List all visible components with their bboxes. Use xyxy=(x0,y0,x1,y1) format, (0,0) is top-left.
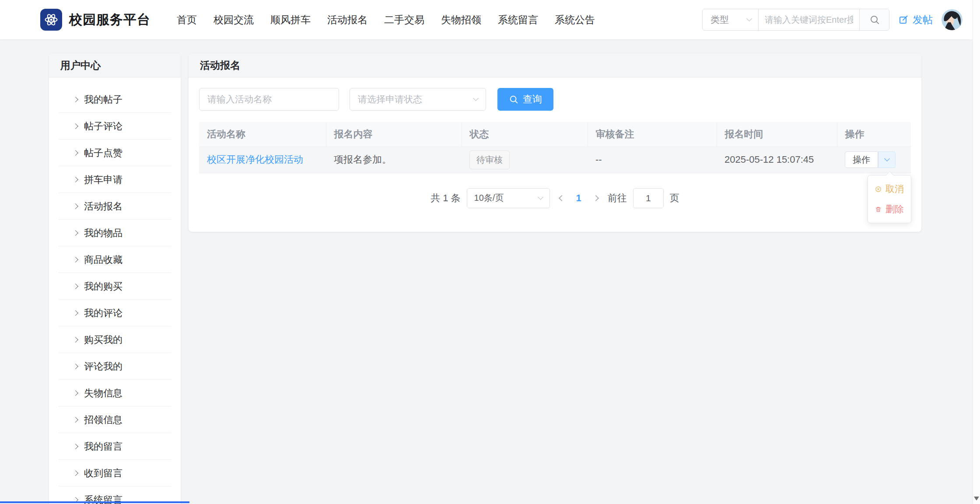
vertical-scrollbar[interactable] xyxy=(973,0,980,504)
scrollbar-down-arrow-icon[interactable] xyxy=(974,497,979,500)
nav-item-lost-found[interactable]: 失物招领 xyxy=(441,13,481,27)
chevron-right-icon xyxy=(73,310,78,316)
main-nav: 首页 校园交流 顺风拼车 活动报名 二手交易 失物招领 系统留言 系统公告 xyxy=(177,13,595,27)
user-center-sidebar: 用户中心 我的帖子 帖子评论 帖子点赞 拼车申请 活动报名 我的物品 商品收藏 … xyxy=(49,53,181,504)
page-size-select[interactable]: 10条/页 xyxy=(467,188,550,208)
nav-item-system-notice[interactable]: 系统公告 xyxy=(555,13,595,27)
search-type-select[interactable]: 类型 xyxy=(703,9,759,30)
table-row: 校区开展净化校园活动 项报名参加。 待审核 -- 2025-05-12 15:0… xyxy=(199,147,911,173)
page: 校园服务平台 首页 校园交流 顺风拼车 活动报名 二手交易 失物招领 系统留言 … xyxy=(0,0,980,504)
site-title: 校园服务平台 xyxy=(69,11,150,29)
sidebar-item-label: 购买我的 xyxy=(84,333,122,346)
panel-title: 活动报名 xyxy=(189,53,921,77)
sidebar-item-post-comments[interactable]: 帖子评论 xyxy=(49,113,181,140)
bottom-blue-line xyxy=(0,501,189,503)
row-action-caret-button[interactable] xyxy=(878,151,896,168)
chevron-right-icon xyxy=(73,284,78,289)
chevron-right-icon xyxy=(73,150,78,156)
sidebar-item-bought-mine[interactable]: 购买我的 xyxy=(49,326,181,353)
sidebar-item-my-posts[interactable]: 我的帖子 xyxy=(49,86,181,113)
new-post-button[interactable]: 发帖 xyxy=(898,13,933,27)
new-post-label: 发帖 xyxy=(913,13,933,27)
review-note-cell: -- xyxy=(595,154,602,165)
row-action-button[interactable]: 操作 xyxy=(845,151,878,168)
sidebar-item-my-items[interactable]: 我的物品 xyxy=(49,220,181,246)
status-badge: 待审核 xyxy=(469,150,510,169)
search-icon xyxy=(869,14,880,25)
pagination-total: 共 1 条 xyxy=(430,192,460,205)
activity-name-input[interactable] xyxy=(199,88,339,111)
nav-item-carpool[interactable]: 顺风拼车 xyxy=(270,13,311,27)
sidebar-item-my-messages[interactable]: 我的留言 xyxy=(49,433,181,460)
goto-label: 前往 xyxy=(608,192,627,205)
signup-table: 活动名称 报名内容 状态 审核备注 报名时间 操作 校区开展净化校园活动 项报名… xyxy=(199,122,911,173)
sidebar-item-label: 收到留言 xyxy=(84,467,122,480)
sidebar-item-label: 评论我的 xyxy=(84,360,122,373)
sidebar-item-label: 我的帖子 xyxy=(84,93,122,106)
search-button[interactable] xyxy=(859,9,889,30)
sidebar-item-received-messages[interactable]: 收到留言 xyxy=(49,460,181,486)
chevron-right-icon xyxy=(73,417,78,423)
nav-item-campus-exchange[interactable]: 校园交流 xyxy=(214,13,254,27)
user-avatar[interactable] xyxy=(942,9,962,30)
sidebar-item-activity-signup[interactable]: 活动报名 xyxy=(49,193,181,220)
nav-item-secondhand[interactable]: 二手交易 xyxy=(384,13,424,27)
col-status: 状态 xyxy=(462,122,588,147)
chevron-right-icon xyxy=(73,203,78,209)
pagination: 共 1 条 10条/页 1 前往 页 xyxy=(199,188,911,208)
sidebar-menu: 我的帖子 帖子评论 帖子点赞 拼车申请 活动报名 我的物品 商品收藏 我的购买 … xyxy=(49,77,181,504)
activity-name-link[interactable]: 校区开展净化校园活动 xyxy=(207,154,303,165)
sidebar-item-lost-info[interactable]: 失物信息 xyxy=(49,380,181,406)
nav-item-system-message[interactable]: 系统留言 xyxy=(498,13,538,27)
activity-signup-panel: 活动报名 请选择申请状态 查询 xyxy=(189,53,921,232)
prev-page-button[interactable] xyxy=(556,196,567,200)
sidebar-item-label: 我的购买 xyxy=(84,280,122,293)
sidebar-item-label: 我的评论 xyxy=(84,307,122,320)
chevron-right-icon xyxy=(73,364,78,369)
page-size-value: 10条/页 xyxy=(474,192,504,204)
sidebar-item-label: 我的物品 xyxy=(84,227,122,240)
chevron-right-icon xyxy=(73,97,78,102)
query-button[interactable]: 查询 xyxy=(497,88,553,111)
sidebar-item-post-likes[interactable]: 帖子点赞 xyxy=(49,140,181,166)
col-signup-time: 报名时间 xyxy=(717,122,837,147)
search-input[interactable] xyxy=(759,9,859,30)
sidebar-item-found-info[interactable]: 招领信息 xyxy=(49,406,181,433)
global-search-group: 类型 xyxy=(702,9,889,31)
nav-item-home[interactable]: 首页 xyxy=(177,13,197,27)
brand[interactable]: 校园服务平台 xyxy=(40,9,150,31)
query-button-label: 查询 xyxy=(523,93,542,106)
sidebar-item-carpool-apply[interactable]: 拼车申请 xyxy=(49,166,181,193)
chevron-right-icon xyxy=(73,230,78,236)
next-page-button[interactable] xyxy=(590,196,602,200)
signup-time-cell: 2025-05-12 15:07:45 xyxy=(724,154,814,165)
sidebar-item-my-comments[interactable]: 我的评论 xyxy=(49,300,181,326)
nav-item-activity-signup[interactable]: 活动报名 xyxy=(327,13,368,27)
top-navbar: 校园服务平台 首页 校园交流 顺风拼车 活动报名 二手交易 失物招领 系统留言 … xyxy=(0,0,980,39)
dropdown-item-cancel[interactable]: 取消 xyxy=(868,179,911,199)
search-icon xyxy=(509,94,518,104)
avatar-image xyxy=(942,9,962,30)
sidebar-item-label: 我的留言 xyxy=(84,440,122,453)
chevron-right-icon xyxy=(73,337,78,343)
sidebar-item-commented-mine[interactable]: 评论我的 xyxy=(49,353,181,380)
page-number-1[interactable]: 1 xyxy=(574,192,584,204)
filter-row: 请选择申请状态 查询 xyxy=(199,88,911,111)
sidebar-item-favorites[interactable]: 商品收藏 xyxy=(49,246,181,273)
trash-icon xyxy=(875,205,882,214)
goto-page-input[interactable] xyxy=(633,188,664,208)
status-select[interactable]: 请选择申请状态 xyxy=(350,88,486,111)
chevron-right-icon xyxy=(73,257,78,262)
dropdown-delete-label: 删除 xyxy=(886,203,904,215)
dropdown-item-delete[interactable]: 删除 xyxy=(868,199,911,219)
sidebar-item-label: 招领信息 xyxy=(84,413,122,427)
content-area: 用户中心 我的帖子 帖子评论 帖子点赞 拼车申请 活动报名 我的物品 商品收藏 … xyxy=(0,39,980,504)
chevron-right-icon xyxy=(73,470,78,476)
chevron-right-icon xyxy=(73,444,78,449)
topbar-right: 类型 发帖 xyxy=(702,9,962,31)
sidebar-item-my-purchases[interactable]: 我的购买 xyxy=(49,273,181,300)
sidebar-item-label: 帖子点赞 xyxy=(84,147,122,160)
chevron-down-icon xyxy=(884,156,890,161)
chevron-right-icon xyxy=(593,195,599,201)
sidebar-item-label: 失物信息 xyxy=(84,387,122,400)
